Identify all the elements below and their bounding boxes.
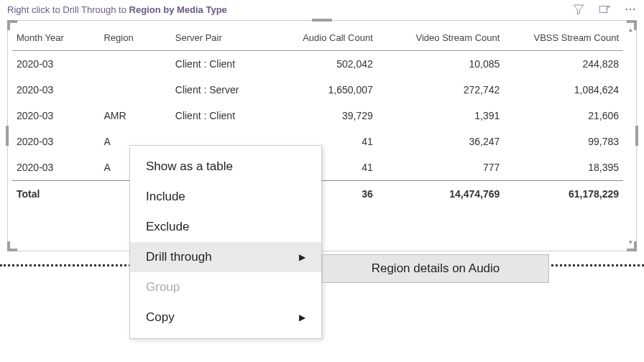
cell-month-year: 2020-03: [12, 129, 99, 154]
cell-video: 10,085: [377, 51, 505, 78]
table-row[interactable]: 2020-03 Client : Server 1,650,007 272,74…: [12, 77, 623, 103]
total-video: 14,474,769: [377, 181, 505, 208]
menu-copy[interactable]: Copy ▶: [130, 302, 321, 333]
col-vbss[interactable]: VBSS Stream Count: [504, 25, 623, 51]
col-region[interactable]: Region: [99, 25, 170, 51]
submenu-arrow-icon: ▶: [299, 312, 305, 322]
total-vbss: 61,178,229: [504, 181, 623, 208]
table-header-row: Month Year Region Server Pair Audio Call…: [12, 25, 623, 51]
cell-server-pair: Client : Server: [171, 77, 275, 103]
cell-month-year: 2020-03: [12, 154, 99, 181]
submenu-region-details-audio[interactable]: Region details on Audio: [323, 255, 548, 282]
drill-through-submenu: Region details on Audio: [322, 254, 549, 283]
cell-video: 1,391: [377, 103, 505, 129]
col-server-pair[interactable]: Server Pair: [171, 25, 275, 51]
total-label: Total: [12, 181, 99, 208]
vertical-scrollbar[interactable]: ▴ ▾: [626, 25, 635, 246]
cell-vbss: 21,606: [504, 103, 623, 129]
cell-server-pair: Client : Client: [171, 51, 275, 78]
cell-video: 36,247: [377, 129, 505, 154]
focus-mode-icon[interactable]: [598, 3, 611, 16]
cell-region: [99, 51, 170, 78]
cell-vbss: 1,084,624: [504, 77, 623, 103]
menu-label: Drill through: [146, 250, 212, 264]
menu-label: Include: [146, 190, 185, 204]
col-video[interactable]: Video Stream Count: [377, 25, 505, 51]
menu-label: Show as a table: [146, 159, 233, 174]
cell-region: [99, 77, 170, 103]
scroll-up-icon[interactable]: ▴: [626, 25, 635, 34]
table-row[interactable]: 2020-03 AMR Client : Client 39,729 1,391…: [12, 103, 623, 129]
resize-handle-right[interactable]: [635, 126, 638, 146]
cell-region: AMR: [99, 103, 170, 129]
cell-audio: 1,650,007: [274, 77, 377, 103]
cell-month-year: 2020-03: [12, 77, 99, 103]
menu-show-as-table[interactable]: Show as a table: [130, 152, 321, 182]
cell-video: 777: [377, 154, 505, 181]
svg-point-2: [630, 9, 631, 10]
menu-label: Group: [146, 280, 180, 294]
title-bold: Region by Media Type: [129, 4, 227, 15]
menu-drill-through[interactable]: Drill through ▶: [130, 242, 321, 272]
cell-audio: 39,729: [274, 103, 377, 129]
context-menu: Show as a table Include Exclude Drill th…: [129, 145, 322, 339]
title-prefix: Right click to Drill Through to: [7, 4, 129, 15]
menu-group: Group: [130, 272, 321, 302]
submenu-arrow-icon: ▶: [299, 252, 305, 262]
visual-header: Right click to Drill Through to Region b…: [0, 0, 644, 20]
cell-vbss: 18,395: [504, 154, 623, 181]
svg-rect-0: [599, 6, 607, 13]
submenu-label: Region details on Audio: [372, 261, 500, 275]
more-options-icon[interactable]: [624, 3, 637, 16]
resize-handle-top[interactable]: [312, 19, 332, 22]
cell-month-year: 2020-03: [12, 51, 99, 78]
col-audio[interactable]: Audio Call Count: [274, 25, 377, 51]
filter-icon[interactable]: [572, 3, 585, 16]
cell-server-pair: Client : Client: [171, 103, 275, 129]
svg-point-3: [633, 9, 635, 10]
menu-label: Exclude: [146, 220, 189, 234]
cell-vbss: 99,783: [504, 129, 623, 154]
table-row[interactable]: 2020-03 Client : Client 502,042 10,085 2…: [12, 51, 623, 78]
menu-exclude[interactable]: Exclude: [130, 212, 321, 242]
cell-video: 272,742: [377, 77, 505, 103]
visual-title: Right click to Drill Through to Region b…: [7, 4, 227, 15]
menu-label: Copy: [146, 310, 175, 325]
menu-include[interactable]: Include: [130, 182, 321, 212]
cell-audio: 502,042: [274, 51, 377, 78]
svg-point-1: [626, 9, 627, 10]
table-visual[interactable]: Month Year Region Server Pair Audio Call…: [7, 20, 637, 251]
col-month-year[interactable]: Month Year: [12, 25, 99, 51]
cell-month-year: 2020-03: [12, 103, 99, 129]
resize-handle-left[interactable]: [6, 126, 9, 146]
scroll-down-icon[interactable]: ▾: [626, 238, 635, 246]
cell-vbss: 244,828: [504, 51, 623, 78]
